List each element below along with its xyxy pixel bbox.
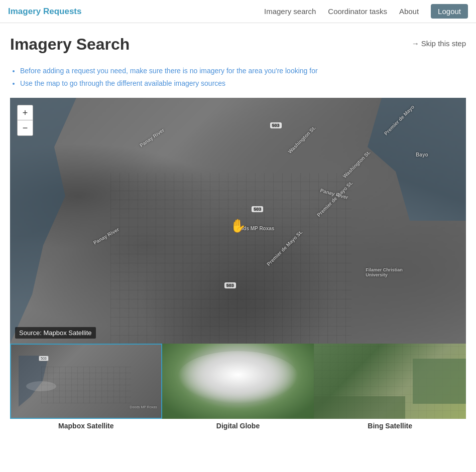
zoom-out-button[interactable]: − — [18, 120, 33, 135]
page-title: Imagery Search — [10, 35, 130, 54]
nav-imagery-search[interactable]: Imagery search — [264, 7, 316, 16]
thumb-satellite-bg: 503 Doods MP Roxas — [11, 345, 161, 418]
thumbnail-label-mapbox: Mapbox Satellite — [58, 422, 113, 430]
thumbnail-digital[interactable]: Digital Globe — [162, 344, 314, 430]
thumb-bing-bg — [314, 344, 466, 419]
instructions-list: Before adding a request you need, make s… — [10, 66, 466, 89]
page-header: Imagery Search → Skip this step — [10, 35, 466, 54]
nav-coordinator-tasks[interactable]: Coordinator tasks — [328, 7, 387, 16]
instruction-item: Use the map to go through the different … — [20, 78, 466, 89]
thumbnail-mapbox[interactable]: 503 Doods MP Roxas Mapbox Satellite — [10, 344, 162, 430]
map-source-label: Source: Mapbox Satellite — [15, 327, 96, 339]
navbar-brand[interactable]: Imagery Requests — [8, 7, 81, 17]
navbar: Imagery Requests Imagery search Coordina… — [0, 0, 476, 23]
map-controls: + − — [17, 105, 33, 136]
skip-step-link[interactable]: → Skip this step — [412, 35, 466, 48]
thumbnail-img-digital[interactable] — [162, 344, 314, 419]
thumbnail-label-digital: Digital Globe — [216, 422, 260, 430]
thumbnail-label-bing: Bing Satellite — [368, 422, 412, 430]
map-container[interactable]: Panay River Panay River Washington St. W… — [10, 98, 466, 344]
thumbnail-row: 503 Doods MP Roxas Mapbox Satellite Digi… — [10, 344, 466, 430]
thumbnail-img-mapbox[interactable]: 503 Doods MP Roxas — [10, 344, 162, 419]
page-content: Imagery Search → Skip this step Before a… — [0, 23, 476, 440]
thumbnail-img-bing[interactable] — [314, 344, 466, 419]
thumb-digital-bg — [162, 344, 314, 419]
urban-grid-overlay — [110, 173, 351, 344]
navbar-links: Imagery search Coordinator tasks About L… — [264, 4, 468, 19]
map-cursor-icon: ✋ — [230, 218, 246, 233]
instruction-item: Before adding a request you need, make s… — [20, 66, 466, 76]
zoom-in-button[interactable]: + — [18, 105, 33, 120]
thumbnail-bing[interactable]: Bing Satellite — [314, 344, 466, 430]
skip-arrow: → — [412, 39, 419, 48]
nav-about[interactable]: About — [399, 7, 419, 16]
skip-label: Skip this step — [421, 39, 466, 48]
logout-button[interactable]: Logout — [431, 4, 468, 19]
